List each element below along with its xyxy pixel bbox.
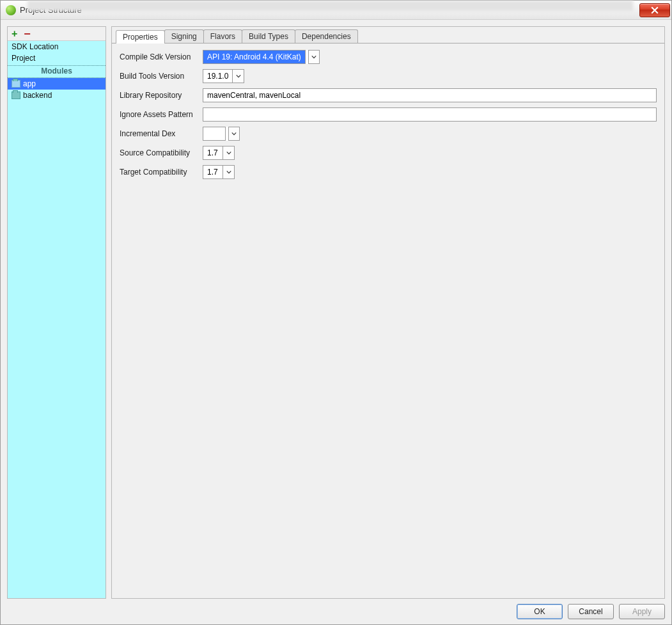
library-repository-label: Library Repository [120, 91, 203, 100]
folder-icon [12, 80, 20, 88]
sidebar-item-label: Project [12, 54, 35, 63]
dialog-footer: OK Cancel Apply [7, 599, 665, 619]
app-icon [6, 5, 16, 15]
dialog-content: + − SDK Location Project Modules app [1, 20, 671, 624]
cancel-button[interactable]: Cancel [568, 604, 614, 619]
sidebar-item-sdk-location[interactable]: SDK Location [8, 41, 105, 52]
sidebar-module-backend[interactable]: backend [8, 90, 105, 101]
chevron-down-icon[interactable] [228, 127, 240, 141]
sidebar-toolbar: + − [8, 27, 105, 41]
sidebar-item-label: app [23, 79, 36, 88]
incremental-dex-value [203, 127, 226, 141]
sidebar-list: SDK Location Project Modules app backend [8, 41, 105, 598]
target-compat-value: 1.7 [203, 166, 223, 178]
target-compat-label: Target Compatibility [120, 168, 203, 177]
close-button[interactable] [639, 3, 670, 17]
tab-flavors[interactable]: Flavors [203, 29, 242, 43]
tab-signing[interactable]: Signing [164, 29, 204, 43]
incremental-dex-combo[interactable] [203, 127, 240, 141]
ok-button[interactable]: OK [517, 604, 563, 619]
source-compat-combo[interactable]: 1.7 [203, 146, 235, 160]
folder-icon [12, 91, 20, 99]
sidebar-item-project[interactable]: Project [8, 52, 105, 64]
source-compat-label: Source Compatibility [120, 148, 203, 157]
target-compat-combo[interactable]: 1.7 [203, 165, 235, 179]
sidebar-module-app[interactable]: app [8, 78, 105, 90]
chevron-down-icon[interactable] [232, 70, 244, 83]
tab-bar: Properties Signing Flavors Build Types D… [112, 27, 664, 43]
chevron-down-icon[interactable] [308, 50, 320, 64]
ignore-assets-label: Ignore Assets Pattern [120, 110, 203, 119]
apply-button[interactable]: Apply [619, 604, 665, 619]
chevron-down-icon[interactable] [223, 146, 234, 159]
properties-tab-body: Compile Sdk Version API 19: Android 4.4 … [112, 43, 664, 598]
background-window-title [27, 1, 633, 11]
module-settings-panel: Properties Signing Flavors Build Types D… [111, 26, 665, 599]
tab-properties[interactable]: Properties [116, 30, 165, 44]
chevron-down-icon[interactable] [223, 166, 234, 178]
sidebar: + − SDK Location Project Modules app [7, 26, 106, 599]
project-structure-dialog: Project Structure + − SDK Location Proje… [0, 0, 672, 625]
tab-dependencies[interactable]: Dependencies [295, 29, 358, 43]
remove-module-icon[interactable]: − [24, 28, 31, 40]
sidebar-item-label: backend [23, 91, 52, 100]
modules-section-header: Modules [8, 66, 105, 76]
window-title: Project Structure [20, 5, 82, 15]
titlebar[interactable]: Project Structure [1, 1, 671, 20]
compile-sdk-combo[interactable]: API 19: Android 4.4 (KitKat) [203, 50, 320, 64]
ignore-assets-input[interactable] [203, 107, 657, 122]
build-tools-combo[interactable]: 19.1.0 [203, 69, 244, 83]
incremental-dex-label: Incremental Dex [120, 129, 203, 138]
add-module-icon[interactable]: + [12, 29, 17, 39]
sidebar-item-label: SDK Location [12, 42, 58, 51]
build-tools-label: Build Tools Version [120, 72, 203, 81]
tab-build-types[interactable]: Build Types [242, 29, 295, 43]
compile-sdk-label: Compile Sdk Version [120, 52, 203, 61]
library-repository-input[interactable] [203, 88, 657, 102]
compile-sdk-value: API 19: Android 4.4 (KitKat) [203, 50, 306, 64]
build-tools-value: 19.1.0 [203, 70, 232, 83]
close-icon [651, 6, 659, 14]
source-compat-value: 1.7 [203, 146, 223, 159]
